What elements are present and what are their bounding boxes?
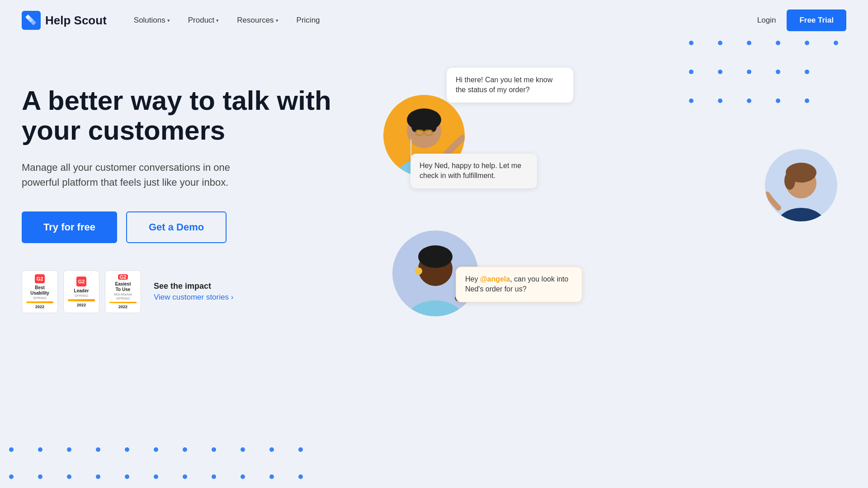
hero-subtitle: Manage all your customer conversations i…: [22, 160, 257, 190]
svg-point-16: [415, 267, 422, 275]
nav-product[interactable]: Product ▾: [188, 16, 219, 25]
hero-left: A better way to talk with your customers…: [22, 50, 338, 488]
illustration-area: Hi there! Can you let me know the status…: [356, 59, 837, 411]
avatar-blue-light-circle: [765, 149, 837, 221]
badge-bar: [109, 302, 137, 303]
get-demo-button[interactable]: Get a Demo: [126, 211, 226, 243]
badge-bar: [68, 299, 95, 301]
nav-pricing[interactable]: Pricing: [297, 16, 320, 25]
chat-bubble-1: Hi there! Can you let me know the status…: [447, 68, 573, 103]
chat-bubble-2: Hey Ned, happy to help. Let me check in …: [410, 154, 537, 188]
hero-title: A better way to talk with your customers: [22, 86, 338, 145]
svg-point-12: [784, 172, 795, 190]
person2-illustration: [765, 149, 837, 221]
g2-icon: G2: [76, 277, 86, 286]
nav-resources[interactable]: Resources ▾: [237, 16, 278, 25]
nav-right: Login Free Trial: [757, 9, 846, 31]
chevron-down-icon: ▾: [167, 18, 170, 23]
badge-leader: G2 Leader SPRING 2022: [63, 270, 99, 313]
navbar: Help Scout Solutions ▾ Product ▾ Resourc…: [0, 0, 868, 41]
badge-easiest-to-use: G2 EasiestTo Use Mid-MarketSPRING 2022: [105, 270, 141, 313]
impact-title: See the impact: [154, 282, 233, 291]
svg-point-13: [406, 300, 465, 316]
chevron-down-icon: ▾: [216, 18, 219, 23]
badges-row: G2 BestUsability SPRING 2022 G2 Leader S…: [22, 270, 338, 313]
hero-buttons: Try for free Get a Demo: [22, 211, 338, 243]
g2-icon: G2: [118, 274, 128, 280]
logo-icon: [22, 11, 41, 30]
dots-bottom-row2: [9, 474, 303, 479]
bubble-divider: [410, 139, 411, 162]
person2-avatar: [747, 149, 837, 276]
logo-text: Help Scout: [45, 14, 107, 28]
svg-point-15: [418, 245, 453, 268]
badge-bar: [26, 301, 53, 303]
impact-text: See the impact View customer stories ›: [154, 282, 233, 302]
hero-section: A better way to talk with your customers…: [0, 50, 868, 488]
free-trial-button[interactable]: Free Trial: [787, 9, 846, 31]
svg-point-9: [776, 208, 826, 221]
chevron-down-icon: ▾: [276, 18, 278, 23]
badge-best-usability: G2 BestUsability SPRING 2022: [22, 270, 58, 313]
dots-bottom-row1: [9, 447, 303, 452]
nav-links: Solutions ▾ Product ▾ Resources ▾ Pricin…: [134, 16, 757, 25]
chat-bubble-3: Hey @angela, can you look into Ned's ord…: [456, 267, 582, 302]
try-for-free-button[interactable]: Try for free: [22, 211, 117, 243]
mention-angela: @angela: [480, 275, 510, 283]
hero-right: Hi there! Can you let me know the status…: [338, 50, 846, 488]
login-link[interactable]: Login: [757, 16, 776, 25]
nav-solutions[interactable]: Solutions ▾: [134, 16, 170, 25]
badges-list: G2 BestUsability SPRING 2022 G2 Leader S…: [22, 270, 141, 313]
g2-icon: G2: [35, 274, 45, 283]
logo[interactable]: Help Scout: [22, 11, 107, 30]
view-customer-stories-link[interactable]: View customer stories ›: [154, 293, 233, 302]
